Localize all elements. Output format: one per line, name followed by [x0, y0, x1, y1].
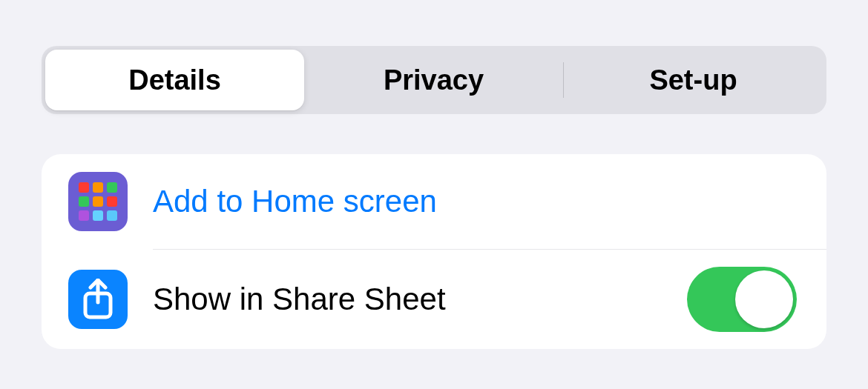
share-icon — [68, 270, 128, 329]
settings-list: Add to Home screen Show in Share Sheet — [42, 154, 826, 349]
tab-label: Details — [128, 64, 221, 96]
tab-setup[interactable]: Set-up — [564, 50, 823, 110]
row-label: Show in Share Sheet — [153, 281, 687, 318]
home-screen-grid-icon — [68, 172, 128, 231]
tab-label: Set-up — [649, 64, 737, 96]
row-show-in-share-sheet: Show in Share Sheet — [42, 250, 826, 349]
segmented-control: Details Privacy Set-up — [42, 46, 826, 114]
tab-label: Privacy — [384, 64, 484, 96]
toggle-knob — [735, 270, 793, 328]
tab-privacy[interactable]: Privacy — [304, 50, 563, 110]
share-sheet-toggle[interactable] — [687, 267, 797, 332]
row-label: Add to Home screen — [153, 183, 800, 220]
tab-details[interactable]: Details — [45, 50, 304, 110]
row-add-to-home-screen[interactable]: Add to Home screen — [42, 154, 826, 249]
